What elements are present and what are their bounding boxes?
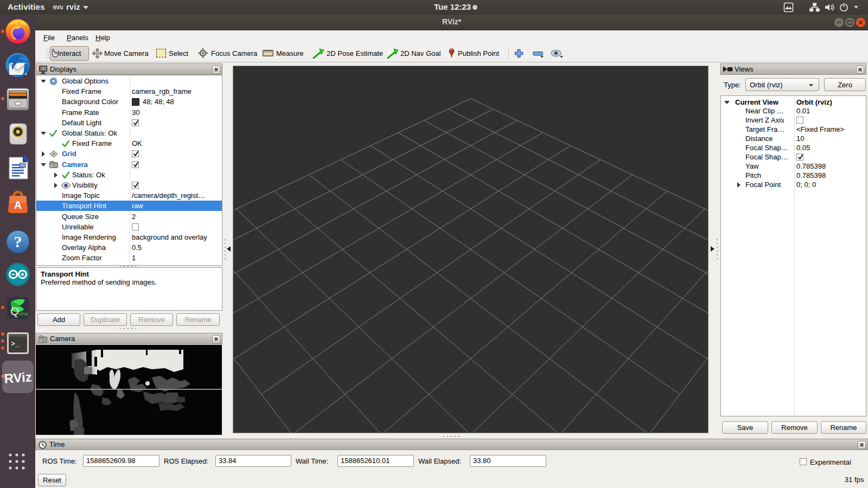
svg-text:RViz: RViz	[53, 4, 63, 10]
svg-text:RViz: RViz	[4, 369, 31, 386]
svg-text:Q: Q	[10, 305, 19, 317]
svg-text:>_: >_	[11, 340, 20, 348]
svg-text:v2ray: v2ray	[18, 312, 28, 316]
svg-text:A: A	[14, 199, 22, 211]
svg-text:?: ?	[14, 233, 22, 251]
